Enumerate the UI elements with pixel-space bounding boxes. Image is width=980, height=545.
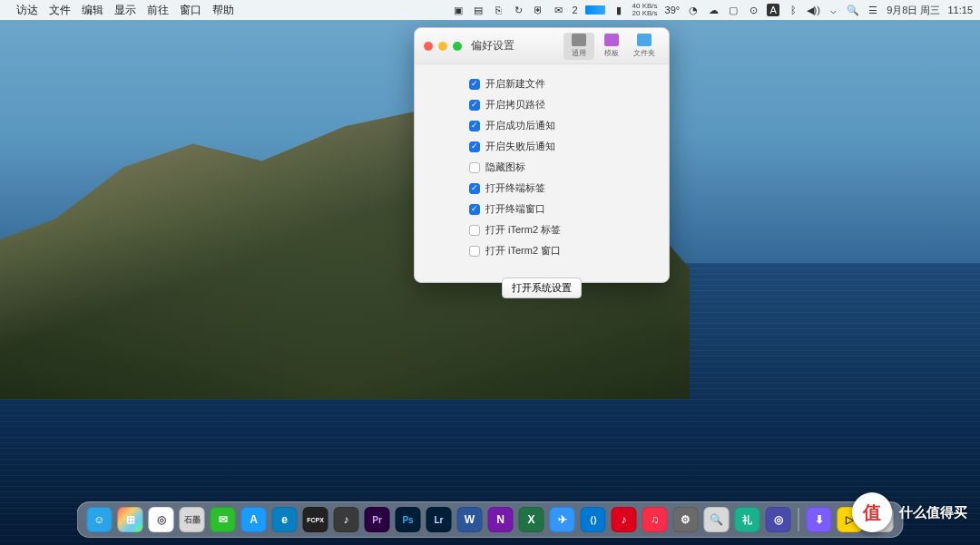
status-app-icon[interactable]: ▤ xyxy=(472,4,485,16)
watermark: 值 什么值得买 xyxy=(852,492,967,532)
dock-fcpx[interactable]: FCPX xyxy=(303,507,328,532)
dock-stone[interactable]: 石墨 xyxy=(180,507,205,532)
tab-folder[interactable]: 文件夹 xyxy=(629,33,660,60)
dock-word[interactable]: W xyxy=(457,507,483,532)
status-spotlight-icon[interactable]: 🔍 xyxy=(847,4,859,16)
checkbox-open_iterm_tab[interactable] xyxy=(469,225,480,236)
dock-chrome[interactable]: ◎ xyxy=(149,507,174,532)
checkbox-success_notify[interactable] xyxy=(469,121,480,131)
status-shield-icon[interactable]: ⛨ xyxy=(532,4,544,16)
dock-netease[interactable]: ♪ xyxy=(612,507,637,532)
menu-6[interactable]: 帮助 xyxy=(212,4,234,16)
status-time[interactable]: 11:15 xyxy=(947,5,973,15)
status-control-center-icon[interactable]: ☰ xyxy=(867,4,879,16)
option-label: 打开终端标签 xyxy=(485,181,545,195)
status-clipboard-icon[interactable]: ⎘ xyxy=(492,4,505,16)
tab-label: 模板 xyxy=(604,48,619,58)
option-hide_icon[interactable]: 隐藏图标 xyxy=(469,161,632,174)
option-label: 开启新建文件 xyxy=(485,77,545,91)
close-button[interactable] xyxy=(424,42,433,51)
option-open_term_tab[interactable]: 打开终端标签 xyxy=(469,181,632,195)
watermark-badge: 值 xyxy=(852,492,892,532)
checkbox-hide_icon[interactable] xyxy=(469,162,480,173)
watermark-text: 什么值得买 xyxy=(899,504,967,521)
option-label: 隐藏图标 xyxy=(485,161,525,174)
menu-5[interactable]: 窗口 xyxy=(180,4,201,16)
checkbox-open_term_tab[interactable] xyxy=(469,183,480,194)
maximize-button[interactable] xyxy=(453,42,462,51)
dock-liqing[interactable]: 礼 xyxy=(735,507,760,532)
status-dropbox-icon[interactable]: ▣ xyxy=(452,4,465,16)
option-label: 开启成功后通知 xyxy=(485,119,555,132)
dock-ps[interactable]: Ps xyxy=(396,507,421,532)
tab-general[interactable]: 通用 xyxy=(564,33,594,60)
status-qq-icon[interactable]: ◔ xyxy=(687,4,700,16)
dock: ☺⊞◎石墨✉AeFCPX♪PrPsLrWNX✈⟨⟩♪♫⚙🔍礼◎⬇︎▷🗑 xyxy=(77,501,904,538)
menu-0[interactable]: 访达 xyxy=(16,4,38,16)
dock-downloads[interactable]: ⬇︎ xyxy=(807,507,832,532)
status-bluetooth-icon[interactable]: ᛒ xyxy=(787,4,799,16)
menubar-status: ▣ ▤ ⎘ ↻ ⛨ ✉ 2 ▮ 40 KB/s 20 KB/s 39° ◔ ☁ … xyxy=(452,3,973,17)
titlebar[interactable]: 偏好设置 通用模板文件夹 xyxy=(415,28,669,64)
checkbox-open_term_win[interactable] xyxy=(469,204,480,215)
option-label: 打开 iTerm2 窗口 xyxy=(485,244,561,258)
option-label: 打开终端窗口 xyxy=(485,202,545,216)
dock-edge[interactable]: e xyxy=(272,507,298,532)
dock-excel[interactable]: X xyxy=(519,507,544,532)
dock-settings[interactable]: ⚙ xyxy=(673,507,699,532)
option-label: 开启失败后通知 xyxy=(485,140,555,153)
status-display-icon[interactable]: ▢ xyxy=(727,4,740,16)
status-cloud-icon[interactable]: ☁ xyxy=(707,4,720,16)
checkbox-open_iterm_win[interactable] xyxy=(469,246,480,257)
option-open_term_win[interactable]: 打开终端窗口 xyxy=(469,202,632,216)
option-label: 打开 iTerm2 标签 xyxy=(485,223,561,237)
status-battery-icon[interactable]: ▮ xyxy=(612,4,625,16)
status-sync-icon[interactable]: ↻ xyxy=(512,4,524,16)
dock-logic[interactable]: ♪ xyxy=(334,507,359,532)
checkbox-copy_path[interactable] xyxy=(469,100,480,111)
option-new_file[interactable]: 开启新建文件 xyxy=(469,77,632,91)
option-open_iterm_tab[interactable]: 打开 iTerm2 标签 xyxy=(469,223,632,237)
checkbox-new_file[interactable] xyxy=(469,79,480,90)
status-keyboard-icon[interactable]: A xyxy=(767,4,779,16)
dock-onenote[interactable]: N xyxy=(488,507,514,532)
dock-appstore[interactable]: A xyxy=(241,507,267,532)
option-label: 开启拷贝路径 xyxy=(485,98,545,112)
dock-wechat[interactable]: ✉ xyxy=(211,507,236,532)
dock-vscode[interactable]: ⟨⟩ xyxy=(581,507,606,532)
dock-pr[interactable]: Pr xyxy=(365,507,390,532)
option-copy_path[interactable]: 开启拷贝路径 xyxy=(469,98,632,112)
status-graph-icon[interactable] xyxy=(585,5,605,15)
menubar: 访达文件编辑显示前往窗口帮助 ▣ ▤ ⎘ ↻ ⛨ ✉ 2 ▮ 40 KB/s 2… xyxy=(0,0,980,20)
preferences-body: 开启新建文件开启拷贝路径开启成功后通知开启失败后通知隐藏图标打开终端标签打开终端… xyxy=(415,64,669,274)
toolbar-tabs: 通用模板文件夹 xyxy=(564,33,660,60)
dock-dingtalk[interactable]: ✈ xyxy=(550,507,575,532)
option-fail_notify[interactable]: 开启失败后通知 xyxy=(469,140,632,153)
checkbox-fail_notify[interactable] xyxy=(469,141,480,152)
dock-finder[interactable]: ☺ xyxy=(87,507,113,532)
status-wechat-icon[interactable]: ✉ xyxy=(552,4,564,16)
menu-2[interactable]: 编辑 xyxy=(82,4,103,16)
status-wifi-icon[interactable]: ⌵ xyxy=(827,4,839,16)
folder-icon xyxy=(637,34,652,46)
menu-1[interactable]: 文件 xyxy=(49,4,71,16)
status-helper-icon[interactable]: ⊙ xyxy=(747,4,760,16)
open-system-settings-button[interactable]: 打开系统设置 xyxy=(502,277,582,298)
option-success_notify[interactable]: 开启成功后通知 xyxy=(469,119,632,132)
status-date[interactable]: 9月8日 周三 xyxy=(887,4,940,17)
option-open_iterm_win[interactable]: 打开 iTerm2 窗口 xyxy=(469,244,632,258)
dock-lr[interactable]: Lr xyxy=(426,507,452,532)
dock-launchpad[interactable]: ⊞ xyxy=(118,507,143,532)
dock-readcube[interactable]: ◎ xyxy=(766,507,791,532)
dock-spotlight[interactable]: 🔍 xyxy=(704,507,730,532)
minimize-button[interactable] xyxy=(438,42,447,51)
menu-4[interactable]: 前往 xyxy=(147,4,169,16)
menu-3[interactable]: 显示 xyxy=(114,4,136,16)
tab-label: 文件夹 xyxy=(633,48,655,58)
dock-music[interactable]: ♫ xyxy=(642,507,668,532)
tab-label: 通用 xyxy=(572,48,586,58)
traffic-lights xyxy=(424,42,462,51)
status-volume-icon[interactable]: ◀)) xyxy=(807,4,819,16)
tab-template[interactable]: 模板 xyxy=(596,33,627,60)
general-icon xyxy=(572,34,586,46)
